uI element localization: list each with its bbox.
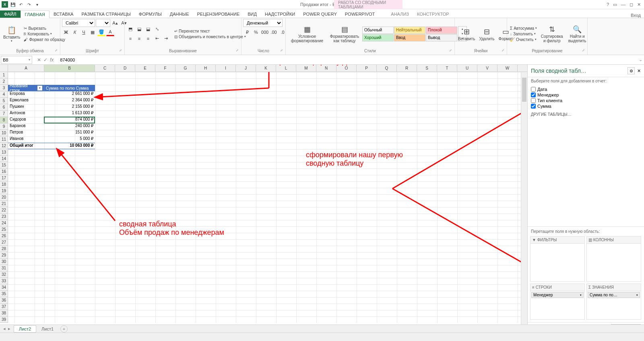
col-header[interactable]: L	[276, 65, 296, 72]
fill-color-icon[interactable]: 🪣	[97, 28, 105, 36]
tab-view[interactable]: ВИД	[244, 10, 261, 18]
select-all-corner[interactable]	[0, 65, 8, 72]
col-header[interactable]: M	[296, 65, 316, 72]
row-header[interactable]: 37	[0, 304, 8, 310]
style-good[interactable]: Хороший	[362, 34, 394, 41]
pivot-total-value[interactable]: 10 063 000 ₽	[44, 143, 95, 149]
tab-home[interactable]: ГЛАВНАЯ	[21, 10, 50, 18]
help-icon[interactable]: ?	[607, 2, 609, 7]
row-header[interactable]: 26	[0, 233, 8, 239]
indent-increase-icon[interactable]: ⇥	[162, 35, 170, 43]
field-checkbox[interactable]	[531, 104, 536, 109]
col-header[interactable]: V	[477, 65, 497, 72]
add-sheet-icon[interactable]: +	[60, 325, 68, 333]
cancel-formula-icon[interactable]: ✕	[37, 57, 41, 63]
indent-decrease-icon[interactable]: ⇤	[153, 35, 161, 43]
row-header[interactable]: 28	[0, 246, 8, 252]
underline-icon[interactable]: Ч	[80, 28, 88, 36]
format-painter-button[interactable]: 🖌Формат по образцу	[23, 37, 66, 42]
enter-formula-icon[interactable]: ✓	[43, 57, 47, 63]
row-header[interactable]: 5	[0, 98, 8, 104]
spreadsheet-grid[interactable]: A B C D E F G H I J K L M N O P Q R S T …	[0, 65, 527, 333]
row-header[interactable]: 17	[0, 175, 8, 181]
expand-formula-bar-icon[interactable]: ⌄	[637, 57, 644, 62]
row-header[interactable]: 38	[0, 310, 8, 316]
vertical-scrollbar[interactable]	[521, 72, 527, 333]
formula-input[interactable]: 874000	[58, 58, 637, 62]
tab-design[interactable]: КОНСТРУКТОР	[413, 10, 453, 18]
col-header[interactable]: U	[457, 65, 477, 72]
tab-formulas[interactable]: ФОРМУЛЫ	[135, 10, 166, 18]
bold-icon[interactable]: Ж	[62, 28, 70, 36]
italic-icon[interactable]: К	[71, 28, 79, 36]
col-header[interactable]: Q	[377, 65, 397, 72]
col-header[interactable]: W	[497, 65, 518, 72]
style-bad[interactable]: Плохой	[426, 27, 457, 34]
row-header[interactable]: 12	[0, 143, 8, 149]
pivot-total-label[interactable]: Общий итог	[8, 143, 44, 149]
col-header[interactable]: P	[357, 65, 377, 72]
field-pane-close-icon[interactable]: ✕	[637, 68, 641, 74]
row-header[interactable]: 34	[0, 284, 8, 291]
col-header[interactable]: E	[135, 65, 155, 72]
decrease-decimal-icon[interactable]: .0	[279, 28, 287, 36]
delete-cells-button[interactable]: ⊟Удалить	[477, 26, 496, 42]
area-filters[interactable]: ▼ ФИЛЬТРЫ	[530, 236, 585, 282]
copy-button[interactable]: ⎘Копировать▾	[23, 31, 66, 37]
row-header[interactable]: 13	[0, 149, 8, 156]
redo-icon[interactable]: ↷	[26, 1, 32, 8]
area-columns[interactable]: ▥ КОЛОННЫ	[586, 236, 641, 282]
field-checkbox[interactable]	[531, 92, 536, 97]
conditional-format-button[interactable]: ▦Условное форматирование	[287, 24, 327, 44]
row-header[interactable]: 1	[0, 72, 8, 78]
pivot-value-header[interactable]: Сумма по полю Сумма	[44, 85, 95, 91]
percent-icon[interactable]: %	[252, 28, 260, 36]
row-header[interactable]: 22	[0, 207, 8, 214]
maximize-icon[interactable]: ◻	[630, 2, 633, 7]
tab-review[interactable]: РЕЦЕНЗИРОВАНИЕ	[193, 10, 244, 18]
row-header[interactable]: 31	[0, 265, 8, 271]
fx-icon[interactable]: fx	[50, 57, 54, 63]
autosum-button[interactable]: ΣАвтосумма▾	[509, 26, 538, 31]
currency-icon[interactable]: ₽	[243, 28, 251, 36]
tab-insert[interactable]: ВСТАВКА	[50, 10, 77, 18]
row-header[interactable]: 24	[0, 220, 8, 226]
font-name-select[interactable]: Calibri	[62, 19, 95, 27]
wrap-text-button[interactable]: ↵Перенести текст	[173, 29, 247, 34]
row-header[interactable]: 16	[0, 168, 8, 175]
thousands-icon[interactable]: 000	[261, 28, 269, 36]
find-select-button[interactable]: 🔍Найти и выделить	[566, 24, 589, 44]
row-header[interactable]: 9	[0, 123, 8, 130]
field-checkbox[interactable]	[531, 87, 536, 92]
row-header[interactable]: 32	[0, 271, 8, 278]
style-input[interactable]: Ввод	[394, 34, 425, 41]
row-header[interactable]: 10	[0, 130, 8, 136]
cell-styles-gallery[interactable]: Обычный Нейтральный Плохой Хороший Ввод …	[362, 27, 457, 41]
row-header[interactable]: 7	[0, 111, 8, 117]
tab-powerquery[interactable]: POWER QUERY	[299, 10, 341, 18]
pivot-data-row[interactable]: Баранов240 000 ₽	[8, 123, 95, 130]
fill-button[interactable]: ↓Заполнить▾	[509, 31, 538, 37]
field-pane-gear-icon[interactable]: ⚙	[627, 67, 635, 74]
sort-filter-button[interactable]: ⇅Сортировка и фильтр	[539, 24, 565, 44]
pivot-row-header[interactable]: Названия строк	[8, 85, 44, 91]
row-header[interactable]: 2	[0, 78, 8, 85]
minimize-icon[interactable]: —	[621, 2, 625, 7]
clear-button[interactable]: 🧹Очистить▾	[509, 37, 538, 42]
tab-file[interactable]: ФАЙЛ	[0, 10, 21, 18]
save-icon[interactable]: 💾	[10, 1, 16, 8]
align-middle-icon[interactable]: ⬓	[135, 25, 143, 33]
increase-decimal-icon[interactable]: .00	[270, 28, 278, 36]
pivot-data-row[interactable]: Ермолаев2 364 000 ₽	[8, 98, 95, 104]
grow-font-icon[interactable]: A▴	[111, 19, 119, 27]
col-header[interactable]: I	[216, 65, 236, 72]
font-size-select[interactable]: 11	[96, 19, 110, 27]
pivot-data-row[interactable]: Иванов5 000 ₽	[8, 136, 95, 143]
sheet-tab[interactable]: Лист1	[36, 325, 59, 333]
field-checkbox-row[interactable]: Дата	[531, 86, 641, 92]
row-header[interactable]: 8	[0, 117, 8, 123]
tab-analyze[interactable]: АНАЛИЗ	[387, 10, 413, 18]
align-top-icon[interactable]: ⬒	[126, 25, 134, 33]
orientation-icon[interactable]: ⤡	[153, 25, 161, 33]
field-checkbox[interactable]	[531, 98, 536, 103]
